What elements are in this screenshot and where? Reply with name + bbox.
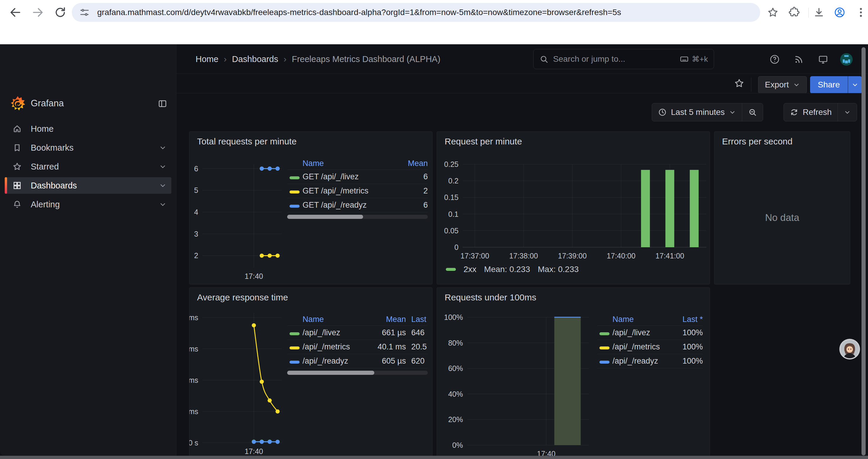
dock-menu-icon[interactable] <box>157 99 167 109</box>
breadcrumb-home[interactable]: Home <box>195 54 218 64</box>
sidebar-item-label: Starred <box>31 162 59 172</box>
grafana-logo[interactable] <box>10 96 25 111</box>
legend-row[interactable]: /api/_/metrics 100% <box>597 340 703 354</box>
display-icon[interactable] <box>818 54 829 65</box>
user-avatar[interactable] <box>840 53 853 66</box>
extensions-icon[interactable] <box>788 6 800 18</box>
time-range-picker[interactable]: Last 5 minutes <box>652 103 742 121</box>
reload-icon[interactable] <box>54 6 67 19</box>
search-input[interactable] <box>553 54 675 64</box>
legend-scrollbar[interactable] <box>287 371 428 375</box>
site-settings-icon[interactable] <box>80 7 90 18</box>
sidebar-menu: Home Bookmarks Starred Dashboards Alerti… <box>5 121 172 213</box>
export-label: Export <box>765 80 789 90</box>
chevron-down-icon[interactable] <box>159 182 167 189</box>
bar-chart: 0.250.20.150.10.05017:37:0017:38:0017:39… <box>437 132 710 285</box>
clock-icon <box>658 108 667 117</box>
svg-text:100%: 100% <box>444 313 463 321</box>
share-button[interactable]: Share <box>810 76 848 93</box>
series-name[interactable]: GET /api/_/readyz <box>303 201 401 210</box>
no-data-message: No data <box>714 212 850 223</box>
legend-col-name[interactable]: Name <box>303 159 401 168</box>
bottom-scrollbar[interactable] <box>0 456 868 459</box>
url-bar[interactable]: grafana.mathmast.com/d/deytv4rwavabkb/fr… <box>72 3 760 22</box>
sidebar-item-alerting[interactable]: Alerting <box>5 196 172 213</box>
sidebar: Grafana Home Bookmarks Starred Dashboard… <box>0 44 176 456</box>
series-name[interactable]: GET /api/_/livez <box>303 172 401 182</box>
legend-scrollbar[interactable] <box>287 215 428 219</box>
series-mean: 661 µs <box>373 328 406 337</box>
legend-row[interactable]: GET /api/_/livez 6 <box>287 170 428 184</box>
legend-row[interactable]: /api/_/readyz 605 µs 620 <box>287 354 428 368</box>
forward-icon[interactable] <box>31 6 44 19</box>
legend-col-last[interactable]: Last <box>406 315 428 324</box>
refresh-interval-button[interactable] <box>838 103 857 121</box>
panel-requests-under-100ms[interactable]: Requests under 100ms 100%80%60%40%20%0%1… <box>437 287 710 459</box>
series-name[interactable]: /api/_/readyz <box>613 357 670 366</box>
legend-col-name[interactable]: Name <box>303 315 373 324</box>
refresh-label: Refresh <box>803 107 832 117</box>
panel-request-per-minute[interactable]: Request per minute 0.250.20.150.10.05017… <box>437 131 710 285</box>
svg-text:17:39:00: 17:39:00 <box>558 252 587 260</box>
svg-text:0.15: 0.15 <box>444 193 459 201</box>
export-button[interactable]: Export <box>758 76 807 93</box>
share-menu-button[interactable] <box>848 76 862 93</box>
sidebar-item-label: Alerting <box>31 200 60 209</box>
legend-table: Name Mean Last /api/_/livez 661 µs 646 /… <box>287 313 428 375</box>
svg-text:0 s: 0 s <box>189 438 198 447</box>
legend-row[interactable]: GET /api/_/metrics 2 <box>287 184 428 198</box>
help-icon[interactable] <box>769 54 780 65</box>
refresh-button[interactable]: Refresh <box>784 103 838 121</box>
series-name[interactable]: GET /api/_/metrics <box>303 186 401 196</box>
legend-col-mean[interactable]: Mean <box>401 159 428 168</box>
search-icon <box>539 55 548 64</box>
panel-avg-response-time[interactable]: Average response time 80 ms60 ms40 ms20 … <box>189 287 433 459</box>
legend-col-mean[interactable]: Mean <box>373 315 406 324</box>
chevron-down-icon[interactable] <box>159 144 167 152</box>
download-icon[interactable] <box>813 6 825 18</box>
sidebar-item-starred[interactable]: Starred <box>5 158 172 175</box>
zoom-out-button[interactable] <box>742 103 763 121</box>
page-scrollbar[interactable] <box>862 47 866 455</box>
news-rss-icon[interactable] <box>794 54 804 65</box>
sidebar-item-bookmarks[interactable]: Bookmarks <box>5 139 172 156</box>
chevron-down-icon[interactable] <box>159 201 167 208</box>
series-name[interactable]: /api/_/metrics <box>613 342 670 352</box>
panel-errors-per-second[interactable]: Errors per second No data <box>714 131 850 285</box>
svg-text:17:40:00: 17:40:00 <box>607 252 636 260</box>
legend-col-last[interactable]: Last * <box>670 315 703 324</box>
series-name[interactable]: /api/_/readyz <box>303 357 373 366</box>
panel-total-requests[interactable]: Total requests per minute 6543217:40 Nam… <box>189 131 433 285</box>
series-name[interactable]: /api/_/livez <box>613 328 670 337</box>
browser-menu-icon[interactable] <box>855 6 867 18</box>
legend-row[interactable]: /api/_/metrics 40.1 ms 20.5 m <box>287 340 428 354</box>
brand-name[interactable]: Grafana <box>31 89 64 118</box>
bookmark-star-icon[interactable] <box>767 6 779 18</box>
legend-col-name[interactable]: Name <box>613 315 670 324</box>
series-last: 100% <box>670 342 703 352</box>
series-name[interactable]: /api/_/livez <box>303 328 373 337</box>
url-text[interactable]: grafana.mathmast.com/d/deytv4rwavabkb/fr… <box>97 8 621 17</box>
assistant-avatar[interactable] <box>839 338 860 360</box>
search-box[interactable]: ⌘+k <box>533 49 714 69</box>
chevron-down-icon <box>844 109 851 116</box>
breadcrumb-separator: › <box>284 54 286 64</box>
chevron-down-icon[interactable] <box>159 163 167 170</box>
sidebar-item-home[interactable]: Home <box>5 121 172 137</box>
chevron-down-icon <box>793 81 800 88</box>
breadcrumb-dashboards[interactable]: Dashboards <box>232 54 278 64</box>
sidebar-item-dashboards[interactable]: Dashboards <box>5 177 172 194</box>
legend-row[interactable]: /api/_/livez 100% <box>597 326 703 340</box>
legend-row[interactable]: /api/_/readyz 100% <box>597 354 703 368</box>
favorite-star-icon[interactable] <box>734 78 745 89</box>
profile-icon[interactable] <box>834 6 845 18</box>
legend-row[interactable]: GET /api/_/readyz 6 <box>287 198 428 212</box>
series-name[interactable]: /api/_/metrics <box>303 342 373 352</box>
series-name[interactable]: 2xx <box>464 265 476 274</box>
header-divider <box>176 73 868 74</box>
bell-icon <box>12 200 22 209</box>
scrollbar-thumb[interactable] <box>287 371 374 375</box>
back-icon[interactable] <box>9 6 22 19</box>
legend-row[interactable]: /api/_/livez 661 µs 646 <box>287 326 428 340</box>
scrollbar-thumb[interactable] <box>287 215 363 219</box>
